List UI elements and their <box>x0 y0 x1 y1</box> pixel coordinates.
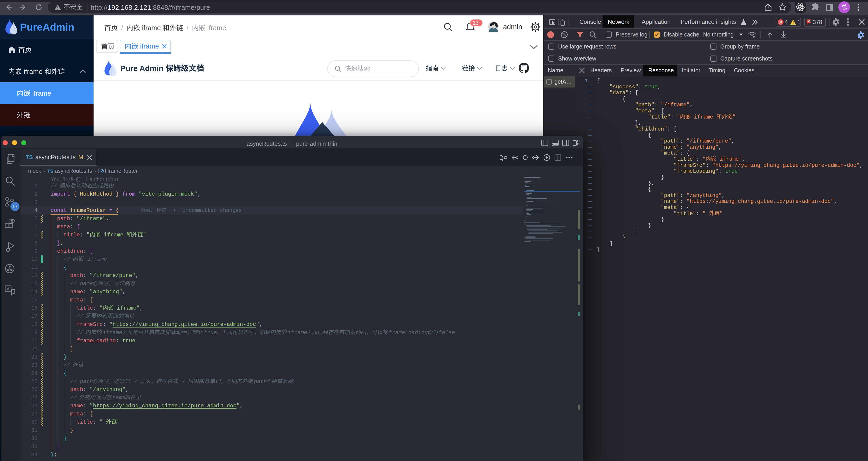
svg-text:A: A <box>7 287 9 291</box>
